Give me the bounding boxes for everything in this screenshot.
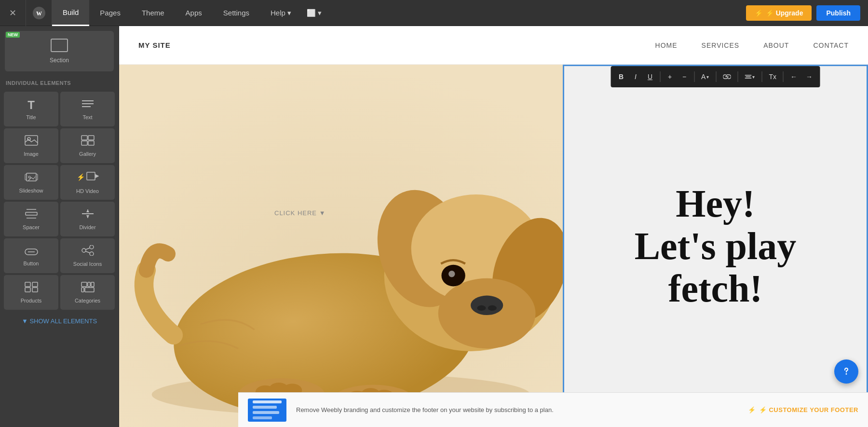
element-products-label: Products [21, 298, 41, 303]
new-badge: NEW [6, 32, 20, 38]
bold-button[interactable]: B [614, 69, 628, 84]
lightning-icon: ⚡ [755, 9, 763, 17]
text-icon [81, 98, 95, 112]
elements-header: INDIVIDUAL ELEMENTS [0, 76, 119, 90]
element-image[interactable]: Image [4, 128, 58, 163]
section-label: Section [50, 57, 69, 64]
element-gallery-label: Gallery [79, 151, 96, 157]
svg-rect-16 [87, 172, 95, 180]
element-button-label: Button [24, 261, 39, 266]
increase-size-button[interactable]: + [663, 69, 677, 84]
svg-point-67 [846, 373, 847, 375]
close-button[interactable]: ✕ [0, 0, 26, 26]
weebly-logo: w [26, 0, 52, 26]
element-slideshow[interactable]: Slideshow [4, 165, 58, 200]
hero-text-line3: fetch! [668, 267, 762, 310]
nav-build[interactable]: Build [52, 0, 89, 26]
svg-marker-24 [86, 209, 89, 212]
element-social-label: Social Icons [73, 261, 102, 267]
redo-button[interactable]: → [802, 69, 816, 84]
site-header: MY SITE HOME SERVICES ABOUT CONTACT [119, 26, 868, 65]
image-icon [25, 135, 38, 149]
nav-theme[interactable]: Theme [131, 0, 175, 26]
nav-help[interactable]: Help ▾ [260, 0, 302, 26]
top-nav: ✕ w Build Pages Theme Apps Settings Help… [0, 0, 868, 26]
element-title-label: Title [26, 114, 36, 120]
customize-footer-button[interactable]: ⚡ ⚡ CUSTOMIZE YOUR FOOTER [748, 406, 858, 413]
element-categories[interactable]: Categories [60, 275, 115, 310]
element-title[interactable]: T Title [4, 92, 58, 126]
element-text[interactable]: Text [60, 92, 115, 126]
clear-format-button[interactable]: Tx [765, 69, 780, 84]
nav-about[interactable]: ABOUT [763, 41, 789, 49]
hero-text[interactable]: Hey! Let's play fetch! [625, 173, 806, 319]
nav-right: ⚡ ⚡ Upgrade Publish [746, 5, 868, 21]
site-nav: HOME SERVICES ABOUT CONTACT [655, 41, 849, 49]
toolbar-sep-5 [761, 71, 762, 82]
element-gallery[interactable]: Gallery [60, 128, 115, 163]
svg-rect-40 [81, 288, 84, 292]
toolbar-sep-3 [716, 71, 716, 82]
svg-line-31 [86, 248, 90, 249]
svg-rect-14 [36, 174, 38, 180]
element-products[interactable]: Products [4, 275, 58, 310]
lightning-icon: ⚡ [77, 173, 85, 181]
title-icon: T [27, 98, 35, 112]
decrease-size-button[interactable]: − [678, 69, 691, 84]
svg-rect-36 [32, 288, 38, 292]
element-hd-video[interactable]: ⚡ HD Video [60, 165, 115, 200]
element-slideshow-label: Slideshow [19, 188, 43, 193]
underline-button[interactable]: U [643, 69, 657, 84]
svg-rect-9 [88, 136, 94, 140]
products-icon [25, 282, 38, 295]
element-text-label: Text [82, 114, 92, 120]
nav-contact[interactable]: CONTACT [813, 41, 849, 49]
svg-point-15 [28, 176, 30, 178]
nav-services[interactable]: SERVICES [702, 41, 740, 49]
link-button[interactable] [719, 69, 734, 84]
italic-button[interactable]: I [629, 69, 642, 84]
publish-button[interactable]: Publish [816, 5, 860, 21]
svg-point-54 [448, 271, 455, 277]
video-icon [86, 171, 99, 183]
svg-marker-25 [86, 215, 89, 218]
element-spacer[interactable]: Spacer [4, 202, 58, 236]
color-button[interactable]: A ▾ [697, 69, 713, 84]
device-button[interactable]: ⬜ ▾ [302, 9, 326, 17]
section-block[interactable]: NEW Section [0, 26, 119, 76]
svg-rect-18 [26, 212, 37, 215]
svg-point-52 [488, 305, 497, 311]
svg-marker-17 [95, 175, 98, 178]
upgrade-button[interactable]: ⚡ ⚡ Upgrade [746, 5, 812, 21]
nav-apps[interactable]: Apps [175, 0, 213, 26]
hero-text-line1: Hey! [676, 182, 755, 225]
element-social[interactable]: Social Icons [60, 238, 115, 273]
element-divider[interactable]: Divider [60, 202, 115, 236]
hero-text-line2: Let's play [635, 225, 797, 267]
hero-section: CLICK HERE ▼ B I U + − A ▾ [119, 65, 868, 427]
toolbar-sep-1 [660, 71, 660, 82]
nav-home[interactable]: HOME [655, 41, 678, 49]
hero-text-area[interactable]: B I U + − A ▾ [563, 65, 868, 427]
element-video-label: HD Video [76, 188, 99, 194]
elements-grid: T Title Text Image [0, 90, 119, 312]
undo-button[interactable]: ← [787, 69, 801, 84]
lightning-icon: ⚡ [748, 406, 756, 413]
svg-point-29 [90, 245, 94, 249]
nav-settings[interactable]: Settings [213, 0, 260, 26]
footer-banner: Remove Weebly branding and customize the… [238, 392, 868, 427]
upgrade-label: ⚡ Upgrade [766, 9, 803, 17]
svg-rect-2 [51, 39, 68, 52]
nav-pages[interactable]: Pages [89, 0, 131, 26]
nav-items: Build Pages Theme Apps Settings Help ▾ ⬜… [52, 0, 746, 26]
main-area: NEW Section INDIVIDUAL ELEMENTS T Title … [0, 26, 868, 427]
show-all-button[interactable]: ▼ SHOW ALL ELEMENTS [0, 312, 119, 331]
element-button[interactable]: Button [4, 238, 58, 273]
help-button[interactable] [834, 359, 858, 384]
svg-rect-13 [25, 174, 27, 180]
hero-image: CLICK HERE ▼ [119, 65, 563, 427]
align-button[interactable]: ▾ [741, 69, 759, 84]
svg-rect-41 [85, 288, 94, 292]
svg-rect-33 [25, 282, 30, 287]
footer-text: Remove Weebly branding and customize the… [296, 406, 738, 413]
